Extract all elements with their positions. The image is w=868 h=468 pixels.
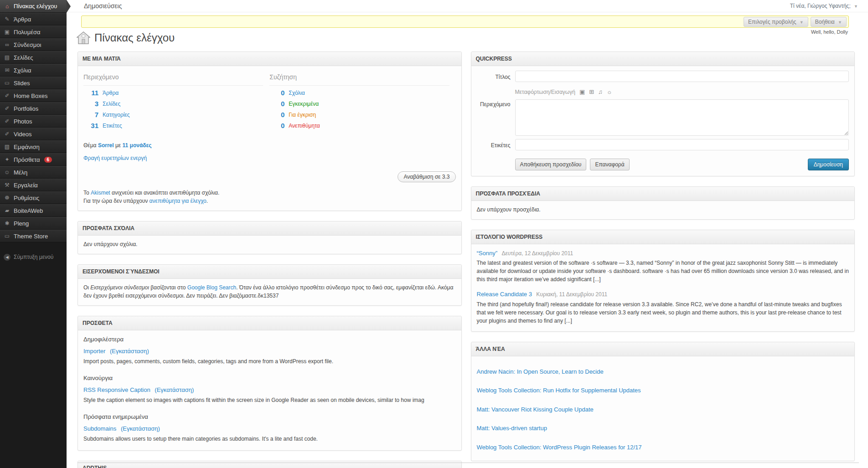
comment-bubble-icon: ✉	[4, 67, 10, 73]
plugin-link[interactable]: Subdomains	[83, 425, 116, 432]
sidebar-item-videos[interactable]: ✐ Videos	[0, 128, 67, 140]
sidebar-item-pleng[interactable]: ✱ Pleng	[0, 217, 67, 230]
sidebar-item-label: Photos	[14, 118, 32, 125]
chain-link-icon: ∞	[4, 41, 10, 48]
admin-sidebar: ⌂ Πίνακας ελέγχου ✎ Άρθρα ▣ Πολυμέσα ∞ Σ…	[0, 0, 67, 468]
sidebar-item-pages[interactable]: ▤ Σελίδες	[0, 51, 67, 64]
tools-icon: ⚒	[4, 182, 10, 188]
sidebar-item-comments[interactable]: ✉ Σχόλια	[0, 64, 67, 77]
sidebar-item-posts[interactable]: ✎ Άρθρα	[0, 13, 67, 26]
site-title-link[interactable]: Δημοσιεύσεις	[84, 2, 122, 10]
sidebar-item-users[interactable]: ☺ Μέλη	[0, 166, 67, 179]
sidebar-item-boiteaweb[interactable]: ▰ BoiteAWeb	[0, 204, 67, 217]
install-link[interactable]: (Εγκατάσταση)	[121, 425, 160, 432]
news-link[interactable]: Weblog Tools Collection: Run Hotfix for …	[477, 386, 849, 395]
title-field-label: Τίτλος	[477, 71, 515, 82]
wordpress-blog-header[interactable]: ΙΣΤΟΛΌΓΙΟ WORDPRESS	[471, 230, 855, 244]
screen-options-button[interactable]: Επιλογές προβολής ▼	[744, 17, 808, 27]
plugin-icon: ✦	[4, 156, 10, 163]
addthis-box: ADDTHIS The Username / Password / Profil…	[78, 461, 462, 468]
sidebar-item-dashboard[interactable]: ⌂ Πίνακας ελέγχου	[0, 0, 67, 13]
incoming-links-header[interactable]: ΕΙΣΕΡΧΌΜΕΝΟΙ ΣΎΝΔΕΣΜΟΙ	[78, 265, 461, 279]
save-draft-button[interactable]: Αποθήκευση προσχεδίου	[515, 159, 587, 170]
add-video-icon[interactable]: ⊞	[589, 87, 594, 97]
sidebar-item-portfolios[interactable]: ✐ Portfolios	[0, 102, 67, 115]
post-tags-input[interactable]	[515, 139, 849, 150]
dashboard-columns: ΜΕ ΜΙΑ ΜΑΤΙΆ Περιεχόμενο 11 Άρθρα 3	[67, 44, 868, 468]
gear-icon: ✱	[4, 220, 10, 226]
pending-link[interactable]: Για έγκριση	[289, 111, 316, 119]
news-link[interactable]: Matt: Values-driven startup	[477, 424, 849, 433]
help-button[interactable]: Βοήθεια ▼	[811, 17, 847, 27]
add-audio-icon[interactable]: ♫	[598, 87, 603, 97]
no-drafts-text: Δεν υπάρχουν προσχέδια.	[477, 206, 849, 214]
edit-page-icon: ✐	[4, 93, 10, 99]
upload-insert-label: Μεταφόρτωση/Εισαγωγή	[515, 88, 575, 96]
posts-link[interactable]: Άρθρα	[103, 89, 119, 97]
collapse-menu-button[interactable]: ◀ Σύμπτυξη μενού	[0, 251, 67, 263]
blog-entry-link[interactable]: Release Candidate 3	[477, 291, 532, 298]
quickpress-box-header[interactable]: QUICKPRESS	[471, 52, 855, 66]
akismet-status: Το Akismet ανιχνεύει και ανακόπτει ανεπι…	[83, 189, 456, 205]
akismet-link[interactable]: Akismet	[91, 190, 110, 196]
section-heading: Δημοφιλέστερα	[83, 335, 456, 344]
comments-link[interactable]: Σχόλια	[289, 89, 305, 97]
other-news-header[interactable]: ΆΛΛΑ ΝΈΑ	[471, 342, 855, 356]
sidebar-item-theme-store[interactable]: ▭ Theme Store	[0, 230, 67, 242]
sidebar-item-plugins[interactable]: ✦ Πρόσθετα 6	[0, 153, 67, 166]
sidebar-item-appearance[interactable]: ▧ Εμφάνιση	[0, 140, 67, 153]
news-link[interactable]: Matt: Vancouver Riot Kissing Couple Upda…	[477, 405, 849, 414]
news-link[interactable]: Andrew Nacin: In Open Source, Learn to D…	[477, 367, 849, 376]
folder-icon: ▰	[4, 207, 10, 214]
recent-comments-box: ΠΡΟΣΦΑΤΑ ΣΧΌΛΙΑ Δεν υπάρχουν σχόλια.	[78, 221, 462, 254]
main-content: Δημοσιεύσεις Τί νέα, Γιώργος Υφαντής; ▼ …	[67, 0, 868, 468]
sidebar-item-slides[interactable]: ▭ Slides	[0, 77, 67, 89]
search-engines-blocked-link[interactable]: Φραγή ευρετηρίων ενεργή	[83, 155, 147, 161]
reset-button[interactable]: Επαναφορά	[590, 159, 629, 170]
add-media-icon[interactable]: ☼	[607, 87, 612, 97]
plugins-box-header[interactable]: ΠΡΟΣΘΕΤΑ	[78, 316, 461, 330]
google-blog-search-link[interactable]: Google Blog Search	[187, 284, 236, 291]
chevron-down-icon: ▼	[838, 20, 842, 25]
approved-link[interactable]: Εγκεκριμένα	[289, 100, 319, 108]
sidebar-item-tools[interactable]: ⚒ Εργαλεία	[0, 179, 67, 191]
chevron-down-icon: ▼	[854, 4, 858, 9]
install-link[interactable]: (Εγκατάσταση)	[110, 348, 149, 355]
blog-entry-link[interactable]: “Sonny”	[477, 250, 498, 257]
update-notice-bar: Επιλογές προβολής ▼ Βοήθεια ▼	[81, 15, 849, 28]
post-content-textarea[interactable]	[515, 99, 849, 136]
widgets-link[interactable]: 11 μονάδες	[123, 142, 152, 149]
plugin-link[interactable]: RSS Responsive Caption	[83, 386, 150, 393]
sidebar-item-home-boxes[interactable]: ✐ Home Boxes	[0, 89, 67, 102]
other-news-box: ΆΛΛΑ ΝΈΑ Andrew Nacin: In Open Source, L…	[471, 342, 855, 462]
stat-row-spam: 0 Ανεπιθύμητα	[269, 120, 449, 131]
right-now-box-header[interactable]: ΜΕ ΜΙΑ ΜΑΤΙΆ	[78, 52, 461, 66]
recent-comments-header[interactable]: ΠΡΟΣΦΑΤΑ ΣΧΌΛΙΑ	[78, 221, 461, 236]
sidebar-item-photos[interactable]: ✐ Photos	[0, 115, 67, 128]
add-image-icon[interactable]: ▣	[579, 87, 585, 97]
spam-queue-link[interactable]: ανεπιθύμητα για έλεγχο	[150, 198, 207, 204]
appearance-icon: ▧	[4, 144, 10, 150]
pages-link[interactable]: Σελίδες	[103, 100, 120, 108]
post-title-input[interactable]	[515, 71, 849, 82]
install-link[interactable]: (Εγκατάσταση)	[155, 386, 194, 393]
sidebar-item-label: Εμφάνιση	[14, 144, 40, 150]
upgrade-button[interactable]: Αναβάθμιση σε 3.3	[398, 171, 455, 182]
user-account-menu[interactable]: Τί νέα, Γιώργος Υφαντής; ▼	[790, 3, 858, 9]
quickpress-box: QUICKPRESS Τίτλος Περιεχόμενο Μεταφόρτωσ…	[471, 51, 855, 176]
publish-button[interactable]: Δημοσίευση	[808, 159, 849, 170]
tags-link[interactable]: Ετικέτες	[103, 122, 122, 130]
sidebar-item-media[interactable]: ▣ Πολυμέσα	[0, 26, 67, 38]
admin-topbar: Δημοσιεύσεις Τί νέα, Γιώργος Υφαντής; ▼	[67, 0, 868, 12]
news-link[interactable]: Weblog Tools Collection: WordPress Plugi…	[477, 443, 849, 452]
sidebar-item-settings[interactable]: ☸ Ρυθμίσεις	[0, 191, 67, 204]
theme-link[interactable]: Sorrel	[98, 142, 114, 149]
categories-link[interactable]: Κατηγορίες	[103, 111, 130, 119]
plugin-link[interactable]: Importer	[83, 348, 105, 355]
spam-link[interactable]: Ανεπιθύμητα	[289, 122, 320, 130]
sidebar-item-label: Videos	[14, 131, 32, 138]
recent-drafts-header[interactable]: ΠΡΌΣΦΑΤΑ ΠΡΟΣΧΈΔΙΑ	[471, 187, 855, 201]
sidebar-item-links[interactable]: ∞ Σύνδεσμοι	[0, 38, 67, 51]
blog-entry: Release Candidate 3 Κυριακή, 11 Δεκεμβρί…	[477, 290, 849, 325]
theme-info-line: Θέμα Sorrel με 11 μονάδες	[83, 141, 456, 149]
